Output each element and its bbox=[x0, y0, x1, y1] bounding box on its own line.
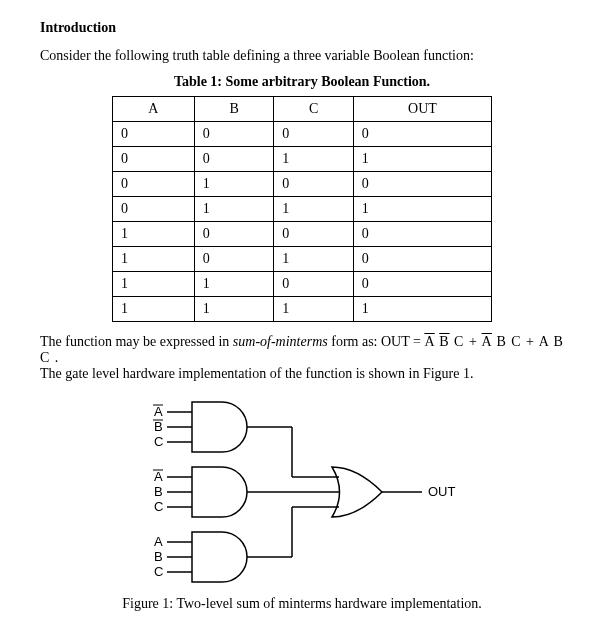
table-row: 0011 bbox=[113, 147, 492, 172]
table-cell: 1 bbox=[353, 197, 491, 222]
svg-text:B: B bbox=[154, 549, 163, 564]
table-cell: 0 bbox=[113, 172, 195, 197]
svg-text:C: C bbox=[154, 434, 163, 449]
table-cell: 1 bbox=[353, 297, 491, 322]
col-header: OUT bbox=[353, 97, 491, 122]
table-cell: 1 bbox=[113, 247, 195, 272]
svg-text:A: A bbox=[154, 404, 163, 419]
table-cell: 1 bbox=[113, 297, 195, 322]
table-cell: 0 bbox=[194, 122, 273, 147]
table-header-row: A B C OUT bbox=[113, 97, 492, 122]
table-cell: 1 bbox=[274, 247, 353, 272]
svg-text:A: A bbox=[154, 469, 163, 484]
table-cell: 1 bbox=[274, 297, 353, 322]
col-header: B bbox=[194, 97, 273, 122]
table-cell: 0 bbox=[274, 272, 353, 297]
table-cell: 0 bbox=[113, 197, 195, 222]
table-row: 1010 bbox=[113, 247, 492, 272]
sop-paragraph: The function may be expressed in sum-of-… bbox=[40, 334, 564, 382]
svg-text:B: B bbox=[154, 419, 163, 434]
table-cell: 0 bbox=[113, 122, 195, 147]
table-cell: 1 bbox=[194, 272, 273, 297]
table-cell: 1 bbox=[194, 297, 273, 322]
table-cell: 0 bbox=[353, 122, 491, 147]
table-cell: 1 bbox=[274, 197, 353, 222]
table-cell: 0 bbox=[353, 272, 491, 297]
table-cell: 1 bbox=[194, 172, 273, 197]
section-heading: Introduction bbox=[40, 20, 564, 36]
svg-text:C: C bbox=[154, 499, 163, 514]
table-cell: 0 bbox=[274, 172, 353, 197]
table-row: 1100 bbox=[113, 272, 492, 297]
table-cell: 0 bbox=[353, 247, 491, 272]
svg-text:C: C bbox=[154, 564, 163, 579]
table-cell: 0 bbox=[274, 222, 353, 247]
table-cell: 1 bbox=[113, 272, 195, 297]
figure-caption: Figure 1: Two-level sum of minterms hard… bbox=[40, 596, 564, 612]
table-row: 1111 bbox=[113, 297, 492, 322]
col-header: A bbox=[113, 97, 195, 122]
table-cell: 1 bbox=[274, 147, 353, 172]
table-row: 0000 bbox=[113, 122, 492, 147]
table-row: 0100 bbox=[113, 172, 492, 197]
intro-paragraph: Consider the following truth table defin… bbox=[40, 48, 564, 64]
table-cell: 0 bbox=[194, 222, 273, 247]
table-cell: 0 bbox=[353, 222, 491, 247]
col-header: C bbox=[274, 97, 353, 122]
svg-text:B: B bbox=[154, 484, 163, 499]
table-row: 0111 bbox=[113, 197, 492, 222]
table-cell: 0 bbox=[194, 247, 273, 272]
truth-table: A B C OUT 000000110100011110001010110011… bbox=[112, 96, 492, 322]
table-cell: 0 bbox=[113, 147, 195, 172]
table-caption: Table 1: Some arbitrary Boolean Function… bbox=[40, 74, 564, 90]
circuit-diagram: A B C A B C A B C OUT bbox=[122, 392, 482, 592]
table-row: 1000 bbox=[113, 222, 492, 247]
table-cell: 0 bbox=[274, 122, 353, 147]
table-cell: 0 bbox=[194, 147, 273, 172]
table-cell: 0 bbox=[353, 172, 491, 197]
table-cell: 1 bbox=[113, 222, 195, 247]
output-label: OUT bbox=[428, 484, 456, 499]
table-cell: 1 bbox=[194, 197, 273, 222]
svg-text:A: A bbox=[154, 534, 163, 549]
table-cell: 1 bbox=[353, 147, 491, 172]
